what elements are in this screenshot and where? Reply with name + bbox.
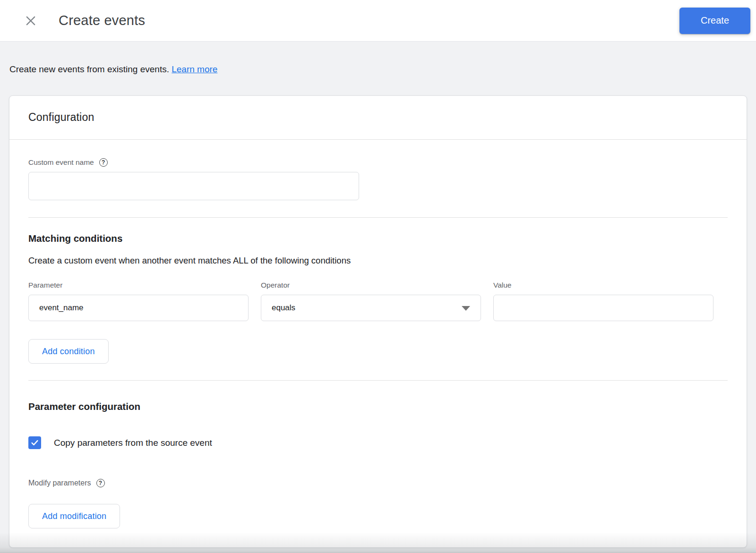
- copy-parameters-label: Copy parameters from the source event: [54, 438, 212, 448]
- matching-conditions-description: Create a custom event when another event…: [28, 255, 728, 266]
- close-button[interactable]: [23, 13, 39, 29]
- condition-row: Parameter Operator equals Value: [28, 281, 728, 321]
- top-bar: Create events Create: [0, 0, 756, 42]
- operator-label: Operator: [261, 281, 481, 290]
- add-modification-button[interactable]: Add modification: [28, 504, 120, 528]
- configuration-title: Configuration: [28, 110, 728, 124]
- copy-parameters-row: Copy parameters from the source event: [28, 436, 728, 449]
- card-header: Configuration: [9, 96, 747, 139]
- help-icon[interactable]: ?: [99, 158, 108, 167]
- intro-text: Create new events from existing events. …: [0, 42, 756, 76]
- add-condition-button[interactable]: Add condition: [28, 339, 109, 364]
- copy-parameters-checkbox[interactable]: [28, 436, 41, 449]
- custom-event-name-input[interactable]: [28, 172, 359, 200]
- modify-parameters-label: Modify parameters: [28, 478, 91, 488]
- learn-more-link[interactable]: Learn more: [172, 64, 217, 74]
- chevron-down-icon: [462, 306, 470, 311]
- operator-selected-value: equals: [272, 303, 295, 313]
- parameter-input[interactable]: [28, 295, 249, 321]
- checkmark-icon: [30, 438, 39, 447]
- page-title: Create events: [59, 13, 145, 28]
- parameter-configuration-section: Parameter configuration Copy parameters …: [9, 381, 747, 528]
- create-button[interactable]: Create: [679, 8, 750, 34]
- matching-conditions-section: Matching conditions Create a custom even…: [9, 218, 747, 380]
- close-icon: [24, 14, 38, 28]
- custom-event-name-label-row: Custom event name ?: [28, 158, 728, 167]
- parameter-configuration-title: Parameter configuration: [28, 400, 728, 413]
- value-input[interactable]: [493, 295, 713, 321]
- help-icon[interactable]: ?: [96, 479, 105, 487]
- intro-description: Create new events from existing events.: [9, 64, 169, 74]
- parameter-label: Parameter: [28, 281, 249, 290]
- custom-event-name-label: Custom event name: [28, 158, 94, 167]
- operator-select[interactable]: equals: [261, 295, 481, 321]
- matching-conditions-title: Matching conditions: [28, 232, 728, 245]
- parameter-column: Parameter: [28, 281, 249, 321]
- custom-event-name-section: Custom event name ?: [9, 140, 747, 217]
- operator-column: Operator equals: [261, 281, 481, 321]
- configuration-card: Configuration Custom event name ? Matchi…: [9, 95, 747, 548]
- modify-parameters-label-row: Modify parameters ?: [28, 478, 728, 488]
- value-column: Value: [493, 281, 713, 321]
- value-label: Value: [493, 281, 713, 290]
